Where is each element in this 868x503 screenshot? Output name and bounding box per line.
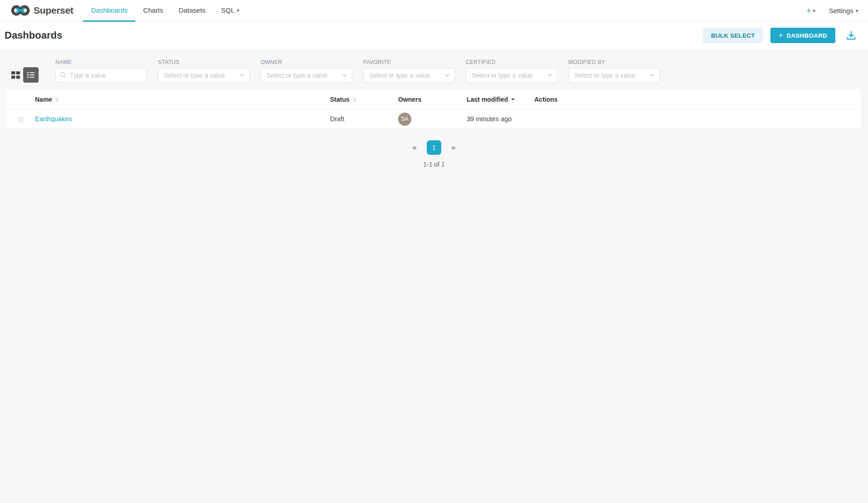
sort-icon xyxy=(55,97,59,102)
select-placeholder: Select or type a value xyxy=(369,72,444,79)
nav-item-dashboards[interactable]: Dashboards xyxy=(83,0,135,22)
top-nav: Superset Dashboards Charts Datasets SQL▾… xyxy=(0,0,868,22)
main-nav: Dashboards Charts Datasets SQL▾ xyxy=(83,0,247,21)
status-filter-select[interactable]: Select or type a value xyxy=(158,68,250,83)
title-actions: BULK SELECT + DASHBOARD xyxy=(703,28,857,43)
title-bar: Dashboards BULK SELECT + DASHBOARD xyxy=(0,22,868,49)
new-dashboard-button[interactable]: + DASHBOARD xyxy=(770,28,835,43)
favorite-filter-select[interactable]: Select or type a value xyxy=(363,68,455,83)
owner-filter-select[interactable]: Select or type a value xyxy=(261,68,352,83)
nav-right: + ▾ Settings ▾ xyxy=(806,0,868,21)
filter-group-owner: OWNER Select or type a value xyxy=(261,59,352,83)
filter-label: OWNER xyxy=(261,59,352,65)
chevron-down-icon: ▾ xyxy=(813,8,815,13)
next-page-button[interactable]: » xyxy=(451,143,455,152)
status-value: Draft xyxy=(330,115,344,123)
sort-desc-icon xyxy=(511,99,515,100)
page-title: Dashboards xyxy=(5,30,62,41)
bulk-select-button[interactable]: BULK SELECT xyxy=(703,28,763,43)
owner-avatar[interactable]: SA xyxy=(398,113,411,126)
grid-icon xyxy=(11,70,20,80)
table-row: ☆ Earthquakes Draft SA 39 minutes ago xyxy=(6,109,861,128)
download-icon xyxy=(845,30,857,41)
filter-group-certified: CERTIFIED Select or type a value xyxy=(466,59,557,83)
column-header-last-modified[interactable]: Last modified xyxy=(467,96,534,103)
brand-name: Superset xyxy=(34,5,73,16)
list-view-toggle[interactable] xyxy=(23,67,39,83)
last-modified-value: 39 minutes ago xyxy=(467,115,512,123)
filter-bar: NAME STATUS Select or type a value OWNER… xyxy=(0,49,868,83)
nav-item-datasets[interactable]: Datasets xyxy=(171,0,213,22)
import-dashboards-button[interactable] xyxy=(845,30,857,41)
page-content: NAME STATUS Select or type a value OWNER… xyxy=(0,49,868,503)
previous-page-button[interactable]: « xyxy=(413,143,417,152)
pagination: « 1 » xyxy=(0,140,868,155)
pagination-summary: 1-1 of 1 xyxy=(0,161,868,168)
certified-filter-select[interactable]: Select or type a value xyxy=(466,68,557,83)
filter-group-modified-by: MODIFIED BY Select or type a value xyxy=(568,59,660,83)
search-icon xyxy=(59,72,66,79)
filter-label: MODIFIED BY xyxy=(568,59,660,65)
column-header-actions: Actions xyxy=(534,96,861,103)
chevron-down-icon: ▾ xyxy=(856,8,858,13)
select-placeholder: Select or type a value xyxy=(266,72,342,79)
new-item-menu-button[interactable]: + ▾ xyxy=(806,6,815,15)
page-1-button[interactable]: 1 xyxy=(427,140,441,155)
chevron-down-icon xyxy=(239,74,245,77)
chevron-down-icon xyxy=(547,74,552,77)
settings-label: Settings xyxy=(829,7,853,15)
filter-label: STATUS xyxy=(158,59,250,65)
chevron-down-icon xyxy=(650,74,655,77)
plus-icon: + xyxy=(806,6,811,15)
superset-infinity-icon xyxy=(11,4,30,17)
superset-logo[interactable]: Superset xyxy=(11,0,73,21)
column-header-status[interactable]: Status xyxy=(330,96,398,103)
chevron-down-icon xyxy=(342,74,347,77)
chevron-down-icon xyxy=(444,74,450,77)
settings-menu-button[interactable]: Settings ▾ xyxy=(829,7,858,15)
name-filter-input[interactable] xyxy=(55,68,147,83)
filter-group-name: NAME xyxy=(55,59,147,83)
list-icon xyxy=(26,70,35,79)
dashboards-table: Name Status Owners Last modified Actions… xyxy=(6,89,861,128)
select-placeholder: Select or type a value xyxy=(472,72,547,79)
column-header-name[interactable]: Name xyxy=(35,96,330,103)
filter-group-status: STATUS Select or type a value xyxy=(158,59,250,83)
filter-label: NAME xyxy=(55,59,147,65)
column-header-owners: Owners xyxy=(398,96,467,103)
card-view-toggle[interactable] xyxy=(8,67,23,83)
dashboard-link[interactable]: Earthquakes xyxy=(35,115,72,123)
filter-group-favorite: FAVORITE Select or type a value xyxy=(363,59,455,83)
chevron-down-icon: ▾ xyxy=(237,8,239,13)
filter-label: CERTIFIED xyxy=(466,59,557,65)
favorite-star-icon[interactable]: ☆ xyxy=(17,115,25,123)
nav-item-sql[interactable]: SQL▾ xyxy=(213,0,247,22)
sort-icon xyxy=(353,97,356,102)
select-placeholder: Select or type a value xyxy=(164,72,239,79)
plus-icon: + xyxy=(779,31,783,39)
nav-item-charts[interactable]: Charts xyxy=(135,0,171,22)
modified-by-filter-select[interactable]: Select or type a value xyxy=(568,68,660,83)
view-mode-toggles xyxy=(8,67,39,83)
select-placeholder: Select or type a value xyxy=(574,72,650,79)
table-header-row: Name Status Owners Last modified Actions xyxy=(6,89,861,109)
filter-label: FAVORITE xyxy=(363,59,455,65)
new-dashboard-label: DASHBOARD xyxy=(786,32,827,39)
